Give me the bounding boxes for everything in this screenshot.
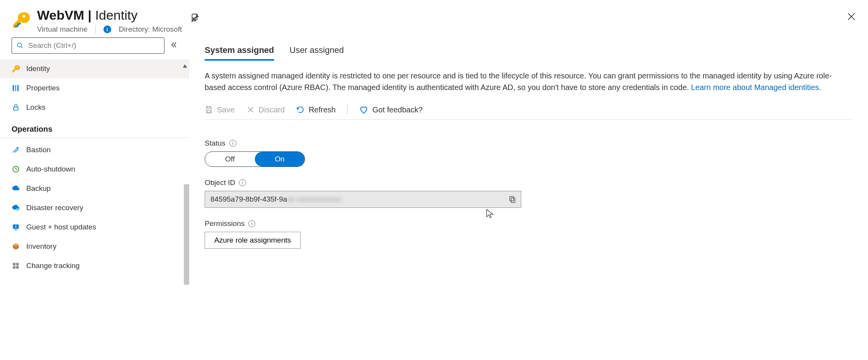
- refresh-icon: [296, 105, 305, 114]
- pin-icon[interactable]: [190, 12, 200, 24]
- refresh-button[interactable]: Refresh: [296, 105, 336, 114]
- sidebar-item-label: Guest + host updates: [26, 223, 96, 231]
- svg-rect-18: [15, 229, 17, 230]
- svg-point-0: [23, 15, 25, 18]
- svg-point-7: [17, 66, 18, 68]
- page-title: WebVM | Identity: [37, 8, 182, 23]
- sidebar-item-disaster-recovery[interactable]: Disaster recovery: [0, 198, 189, 217]
- svg-rect-8: [13, 85, 14, 91]
- info-icon[interactable]: i: [239, 179, 246, 186]
- sidebar-item-change-tracking[interactable]: Change tracking: [0, 256, 189, 275]
- save-button: Save: [205, 105, 235, 114]
- sidebar-item-label: Auto-shutdown: [26, 165, 75, 173]
- sidebar-item-label: Identity: [26, 65, 50, 73]
- svg-rect-10: [17, 85, 19, 91]
- discard-button: Discard: [246, 105, 285, 114]
- scrollbar-thumb[interactable]: [184, 184, 189, 285]
- cloud-backup-icon: [12, 184, 20, 193]
- sidebar-item-label: Bastion: [26, 146, 51, 154]
- cursor-icon: [486, 209, 494, 221]
- sidebar-item-label: Inventory: [26, 242, 56, 251]
- svg-point-16: [16, 208, 19, 211]
- close-icon[interactable]: [846, 12, 856, 24]
- tab-system-assigned[interactable]: System assigned: [205, 45, 274, 61]
- separator: [347, 105, 348, 115]
- clock-icon: [12, 165, 20, 173]
- info-icon[interactable]: i: [103, 25, 111, 33]
- svg-rect-29: [510, 197, 514, 201]
- scroll-up-arrow-icon[interactable]: [182, 62, 188, 71]
- status-label: Status: [205, 139, 225, 148]
- toggle-off[interactable]: Off: [205, 152, 255, 166]
- updates-icon: [12, 223, 20, 231]
- sidebar-item-bastion[interactable]: Bastion: [0, 140, 189, 160]
- collapse-nav-icon[interactable]: [170, 41, 178, 51]
- lock-icon: [12, 103, 20, 112]
- sidebar-item-label: Disaster recovery: [26, 204, 83, 212]
- sidebar-item-label: Change tracking: [26, 262, 80, 270]
- save-icon: [205, 105, 213, 114]
- sidebar-item-updates[interactable]: Guest + host updates: [0, 217, 189, 237]
- x-icon: [246, 105, 255, 114]
- learn-more-link[interactable]: Learn more about Managed identities: [691, 83, 819, 92]
- svg-line-13: [15, 149, 19, 153]
- tracking-icon: [12, 262, 20, 270]
- description-text: A system assigned managed identity is re…: [205, 70, 853, 93]
- sidebar-item-label: Properties: [26, 84, 60, 92]
- key-icon: [12, 65, 20, 73]
- resource-type-label: Virtual machine: [37, 25, 88, 34]
- sidebar-item-inventory[interactable]: Inventory: [0, 237, 189, 256]
- cloud-dr-icon: [12, 204, 20, 212]
- objectid-value-visible: 84595a79-8b9f-435f-9a: [210, 195, 287, 203]
- box-icon: [12, 242, 20, 251]
- objectid-value-hidden: xx-xxxxxxxxxxxx: [287, 195, 341, 203]
- objectid-field: 84595a79-8b9f-435f-9axx-xxxxxxxxxxxx: [205, 191, 521, 208]
- svg-marker-23: [183, 65, 187, 68]
- heart-icon: [359, 105, 368, 114]
- sidebar-item-locks[interactable]: Locks: [0, 98, 189, 117]
- sidebar-item-auto-shutdown[interactable]: Auto-shutdown: [0, 160, 189, 179]
- svg-line-6: [21, 46, 23, 48]
- sidebar-item-label: Locks: [26, 103, 46, 112]
- azure-role-assignments-button[interactable]: Azure role assignments: [205, 232, 301, 249]
- svg-rect-22: [16, 266, 19, 269]
- bastion-icon: [12, 146, 20, 154]
- sidebar-item-identity[interactable]: Identity: [0, 59, 189, 78]
- svg-point-14: [17, 147, 18, 148]
- svg-rect-9: [15, 85, 16, 91]
- separator: [95, 25, 96, 34]
- copy-icon[interactable]: [504, 195, 521, 203]
- sidebar-section-operations: Operations: [0, 117, 189, 138]
- search-icon: [17, 42, 24, 49]
- svg-rect-11: [14, 107, 18, 110]
- sidebar-item-label: Backup: [26, 184, 51, 193]
- objectid-label: Object ID: [205, 178, 235, 187]
- info-icon[interactable]: i: [229, 140, 236, 147]
- tab-user-assigned[interactable]: User assigned: [290, 45, 344, 61]
- nav-search-box[interactable]: [12, 37, 164, 54]
- svg-rect-25: [207, 110, 210, 112]
- svg-rect-24: [207, 107, 210, 109]
- svg-line-12: [13, 149, 17, 153]
- status-toggle[interactable]: Off On: [205, 151, 305, 167]
- sidebar-item-properties[interactable]: Properties: [0, 78, 189, 98]
- toggle-on[interactable]: On: [255, 152, 305, 166]
- svg-rect-28: [511, 198, 515, 203]
- permissions-label: Permissions: [205, 219, 244, 228]
- svg-rect-20: [16, 263, 19, 266]
- directory-label: Directory: Microsoft: [119, 25, 182, 34]
- feedback-button[interactable]: Got feedback?: [359, 105, 422, 114]
- svg-point-5: [17, 43, 22, 47]
- properties-icon: [12, 84, 20, 92]
- key-resource-icon: [12, 11, 30, 29]
- svg-rect-21: [13, 266, 16, 269]
- sidebar-item-backup[interactable]: Backup: [0, 179, 189, 198]
- search-input[interactable]: [27, 41, 159, 50]
- info-icon[interactable]: i: [248, 220, 255, 227]
- svg-rect-19: [13, 263, 16, 266]
